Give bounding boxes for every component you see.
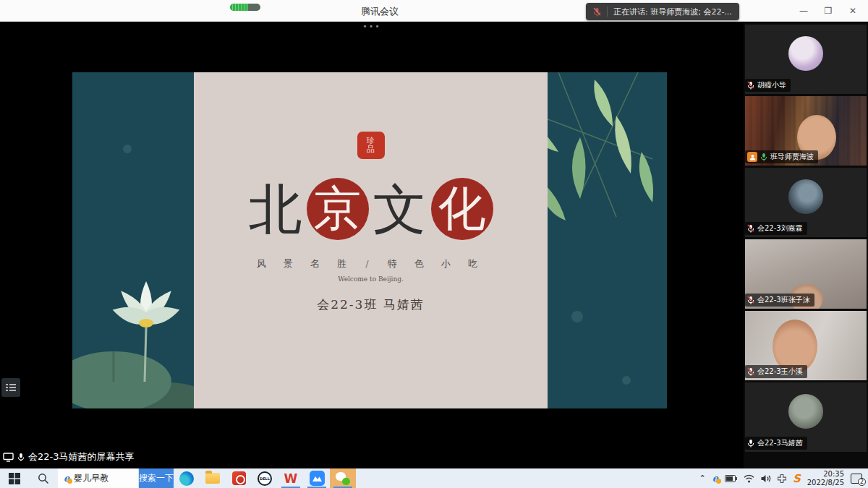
maximize-button[interactable]: ❐	[816, 0, 841, 22]
bokeh-dot	[571, 311, 583, 322]
edge-icon	[179, 471, 194, 486]
screen-share-area: •••	[0, 22, 744, 468]
participant-tile[interactable]: 班导师贾海波	[745, 96, 867, 166]
web-search-button[interactable]: 搜索一下	[139, 468, 174, 488]
seal-text: 珍品	[366, 137, 375, 154]
divider	[607, 7, 608, 17]
participant-name-tag: 胡瞳小导	[745, 79, 791, 92]
taskbar-wps-button[interactable]: W	[278, 468, 304, 488]
participant-tile[interactable]: 会22-3刘嘉霖	[745, 168, 867, 237]
lotus-illustration	[72, 234, 211, 408]
host-badge-icon	[747, 152, 757, 162]
participant-sidebar: 胡瞳小导	[744, 22, 868, 468]
taskbar-spacer	[356, 468, 693, 488]
participant-name: 会22-3王小溪	[757, 367, 803, 377]
participant-name-tag: 会22-3刘嘉霖	[745, 222, 807, 235]
title-char: 北	[249, 178, 302, 240]
search-icon	[38, 473, 49, 484]
participant-tile[interactable]: 会22-3马婧茜	[745, 382, 867, 452]
input-method-icon[interactable]	[778, 474, 786, 483]
participant-tile[interactable]: 会22-3王小溪	[745, 311, 867, 380]
notification-badge: 2	[858, 478, 866, 486]
wechat-icon	[336, 472, 350, 485]
taskbar-explorer-button[interactable]	[200, 468, 226, 488]
taskbar-office-button[interactable]	[226, 468, 252, 488]
list-icon	[6, 383, 16, 392]
slide-title: 北 京 文 化	[194, 178, 548, 240]
notification-center-button[interactable]: 2	[851, 474, 862, 484]
person-icon	[749, 154, 756, 160]
wifi-icon[interactable]	[744, 474, 754, 483]
tray-date: 2022/8/25	[807, 479, 844, 487]
mic-muted-icon	[747, 367, 754, 376]
avatar	[788, 394, 823, 429]
participant-name-tag: 会22-3班张子沫	[745, 294, 814, 307]
mic-on-icon	[17, 453, 25, 462]
meeting-main: •••	[0, 22, 868, 468]
participant-name: 胡瞳小导	[757, 80, 786, 90]
participant-name: 班导师贾海波	[770, 152, 814, 162]
slide-subtitle: 风 景 名 胜/特 色 小 吃	[194, 257, 548, 270]
participant-tile[interactable]: 胡瞳小导	[745, 25, 867, 94]
system-tray: ⌃ e S 20:35 2022/8/	[693, 468, 868, 488]
tray-sogou-icon[interactable]: S	[793, 472, 801, 485]
app-title: 腾讯会议	[340, 5, 420, 18]
participant-name: 会22-3班张子沫	[757, 295, 810, 305]
battery-indicator	[230, 4, 260, 11]
avatar	[788, 36, 823, 71]
participant-tile[interactable]: 会22-3班张子沫	[745, 239, 867, 309]
tencent-meeting-icon	[310, 471, 325, 486]
subtitle-left: 风 景 名 胜	[257, 258, 354, 269]
folder-icon	[205, 473, 220, 484]
tray-ie-icon[interactable]: e	[712, 473, 718, 484]
dell-icon: DELL	[258, 471, 272, 486]
slide-welcome-text: Welcome to Beijing.	[194, 275, 548, 283]
ie-window-title: 婴儿早教	[74, 472, 109, 484]
drag-handle-icon[interactable]: •••	[0, 22, 744, 31]
battery-icon[interactable]	[725, 475, 737, 482]
participant-name: 会22-3刘嘉霖	[757, 223, 803, 234]
mic-muted-icon	[593, 7, 601, 17]
taskbar-dell-button[interactable]: DELL	[252, 468, 278, 488]
share-status-text: 会22-3马婧茜的屏幕共享	[28, 450, 135, 463]
wps-icon: W	[284, 471, 298, 486]
close-button[interactable]: ✕	[841, 0, 865, 22]
share-status: 会22-3马婧茜的屏幕共享	[3, 450, 135, 463]
bokeh-dot	[123, 145, 132, 153]
window-controls: — ❐ ✕	[791, 0, 865, 22]
avatar	[788, 179, 823, 214]
slide-author: 会22-3班 马婧茜	[194, 296, 548, 313]
mic-muted-icon	[747, 81, 754, 90]
speaking-text: 正在讲话: 班导师贾海波; 会22-...	[613, 7, 732, 17]
title-char-accent: 化	[431, 178, 493, 240]
windows-logo-icon	[9, 473, 20, 484]
subtitle-right: 特 色 小 吃	[388, 258, 485, 269]
taskbar-edge-button[interactable]	[174, 468, 200, 488]
participant-name-tag: 会22-3马婧茜	[745, 437, 807, 450]
title-char: 文	[373, 178, 427, 240]
tray-expand-icon[interactable]: ⌃	[699, 474, 705, 483]
office-icon	[232, 471, 246, 485]
taskbar-search-button[interactable]	[29, 468, 58, 488]
annotation-list-button[interactable]	[1, 378, 20, 397]
taskbar-meeting-button[interactable]	[304, 468, 330, 488]
tray-clock[interactable]: 20:35 2022/8/25	[807, 470, 844, 487]
speaking-indicator: 正在讲话: 班导师贾海波; 会22-...	[586, 3, 739, 20]
minimize-button[interactable]: —	[791, 0, 816, 22]
windows-taskbar: e 婴儿早教 搜索一下 DELL W	[0, 468, 868, 488]
shared-slide: 珍品 北 京 文 化 风 景 名 胜/特 色 小 吃 Welcome to Be…	[72, 72, 667, 408]
taskbar-ie-window[interactable]: e 婴儿早教	[58, 468, 139, 488]
ie-icon: e	[64, 473, 69, 484]
volume-icon[interactable]	[761, 474, 771, 483]
subtitle-slash: /	[365, 258, 368, 269]
screen-icon	[3, 453, 14, 462]
red-seal-stamp: 珍品	[357, 132, 385, 159]
title-char-accent: 京	[307, 178, 369, 240]
bokeh-dot	[622, 376, 631, 385]
participant-name: 会22-3马婧茜	[757, 438, 803, 448]
mic-on-icon	[747, 439, 754, 448]
mic-active-icon	[760, 153, 767, 161]
start-button[interactable]	[0, 468, 29, 488]
participant-name-tag: 会22-3王小溪	[745, 365, 807, 378]
taskbar-wechat-button[interactable]	[330, 468, 356, 488]
